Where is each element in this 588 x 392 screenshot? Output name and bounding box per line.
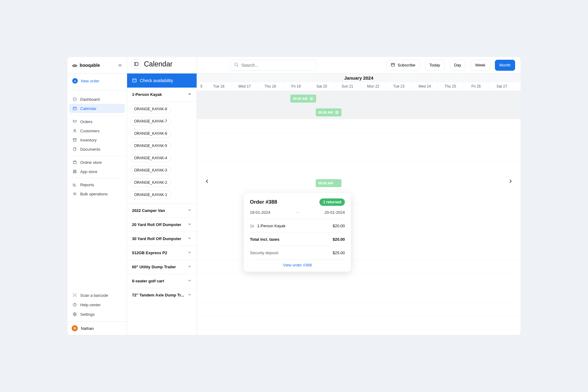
scan-barcode-button[interactable]: Scan a barcode	[69, 290, 125, 300]
resource-chip[interactable]: ORANGE_KAYAK-6	[130, 129, 171, 138]
day-header[interactable]: Thu 25	[438, 82, 463, 91]
category-label: 60" Utility Dump Trailer	[132, 265, 176, 269]
arrow-right-icon: →	[296, 210, 300, 215]
day-header[interactable]: Wed 17	[232, 82, 258, 91]
category-row[interactable]: 30 Yard Roll Off Dumpster	[127, 232, 197, 246]
help-icon	[72, 302, 77, 307]
subscribe-label: Subscribe	[398, 63, 415, 67]
svg-point-18	[74, 314, 75, 315]
search-input[interactable]	[241, 63, 313, 68]
user-icon	[72, 128, 77, 133]
day-header[interactable]: Thu 18	[258, 82, 283, 91]
total-line: Total incl. taxes $20.00	[250, 232, 345, 246]
month-view-button[interactable]: Month	[495, 60, 515, 71]
chevron-down-icon	[187, 250, 192, 255]
collapse-sidebar-icon[interactable]	[118, 63, 123, 68]
group-band	[197, 91, 521, 119]
calendar-event[interactable]: 09:00 AM	[316, 179, 341, 187]
month-label: January 2024	[197, 74, 521, 82]
category-row[interactable]: 72" Tandem Axle Dump Tr...	[127, 288, 197, 302]
gear-icon	[72, 312, 77, 317]
sidebar-item-inventory[interactable]: Inventory	[69, 135, 125, 145]
resource-chip[interactable]: ORANGE_KAYAK-5	[130, 141, 171, 150]
day-header[interactable]: Mon 22	[360, 82, 386, 91]
next-arrow-icon[interactable]	[506, 177, 515, 186]
total-value: $20.00	[333, 237, 345, 242]
file-icon	[72, 147, 77, 152]
day-view-button[interactable]: Day	[450, 60, 466, 71]
sidebar-item-bulk-operations[interactable]: Bulk operations	[69, 189, 125, 198]
help-center-button[interactable]: Help center	[69, 300, 125, 309]
svg-rect-19	[133, 79, 136, 82]
day-header[interactable]: Sat 27	[489, 82, 515, 91]
day-header[interactable]: Tue 23	[386, 82, 412, 91]
sidebar-header: booqable	[67, 57, 127, 74]
today-button[interactable]: Today	[425, 60, 445, 71]
nav-top: + New order	[67, 74, 127, 88]
svg-rect-10	[73, 172, 74, 173]
calendar-event[interactable]: 09:00 AM 1	[316, 108, 341, 116]
day-header[interactable]: Tue 16	[206, 82, 232, 91]
day-header[interactable]: Sun 21	[335, 82, 360, 91]
sidebar-item-reports[interactable]: Reports	[69, 180, 125, 189]
resource-chip[interactable]: ORANGE_KAYAK-7	[130, 117, 171, 126]
sidebar-item-label: Calendar	[80, 106, 96, 111]
sidebar-item-customers[interactable]: Customers	[69, 126, 125, 135]
category-row[interactable]: 512GB Express P2	[127, 246, 197, 260]
day-header[interactable]: Fri 19	[283, 82, 309, 91]
check-availability-button[interactable]: Check availability	[127, 74, 197, 88]
day-header[interactable]: Sat 20	[309, 82, 335, 91]
category-label: 72" Tandem Axle Dump Tr...	[132, 293, 184, 297]
sidebar-item-dashboard[interactable]: Dashboard	[69, 95, 125, 104]
subscribe-button[interactable]: Subscribe	[386, 60, 420, 71]
calendar-event[interactable]: 09:00 AM 1	[290, 95, 316, 103]
category-label: 2022 Camper Van	[132, 208, 165, 213]
brand-name: booqable	[80, 62, 100, 68]
calendar-icon	[72, 106, 77, 111]
resource-chip[interactable]: ORANGE_KAYAK-8	[130, 105, 171, 113]
search-field[interactable]	[230, 60, 317, 71]
view-order-link[interactable]: View order #388	[250, 259, 345, 268]
day-header[interactable]: Su	[515, 82, 521, 91]
sidebar-item-app-store[interactable]: App store	[69, 167, 125, 176]
line-qty: 1x	[250, 224, 254, 228]
resource-group-label: 1-Person Kayak	[132, 92, 162, 97]
resource-chip[interactable]: ORANGE_KAYAK-1	[130, 190, 171, 199]
resource-chip[interactable]: ORANGE_KAYAK-3	[130, 166, 171, 175]
sidebar-footer: Scan a barcode Help center Settings	[67, 288, 127, 321]
order-title: Order #388	[250, 199, 277, 205]
brand-logo-icon	[72, 62, 78, 68]
nav-separator	[69, 115, 125, 115]
day-header[interactable]: Wed 24	[412, 82, 438, 91]
status-badge: 1 returned	[319, 198, 345, 206]
panel-toggle-icon[interactable]	[132, 59, 141, 69]
user-menu[interactable]: N Nathan	[67, 321, 127, 335]
event-count: 1	[335, 111, 339, 114]
resource-item-list: ORANGE_KAYAK-8 ORANGE_KAYAK-7 ORANGE_KAY…	[127, 102, 197, 203]
deposit-line: Security deposit $25.00	[250, 246, 345, 259]
date-range: 19-01-2024 → 20-01-2024	[250, 210, 345, 215]
app-window: Calendar booqable + New order D	[67, 57, 521, 335]
day-header[interactable]: Fri 26	[463, 82, 489, 91]
svg-rect-6	[73, 138, 77, 139]
resource-group-header[interactable]: 1-Person Kayak	[127, 88, 197, 102]
settings-button[interactable]: Settings	[69, 309, 125, 319]
sidebar-item-label: Inventory	[80, 138, 96, 142]
category-row[interactable]: 20 Yard Roll Off Dumpster	[127, 217, 197, 232]
week-view-button[interactable]: Week	[471, 60, 490, 71]
new-order-button[interactable]: + New order	[69, 76, 125, 86]
resource-chip[interactable]: ORANGE_KAYAK-4	[130, 154, 171, 162]
chart-icon	[72, 182, 77, 187]
day-header[interactable]: 5	[197, 82, 206, 91]
category-label: 20 Yard Roll Off Dumpster	[132, 222, 181, 227]
apps-icon	[72, 169, 77, 174]
sidebar-item-calendar[interactable]: Calendar	[69, 104, 125, 113]
sidebar-item-documents[interactable]: Documents	[69, 145, 125, 154]
category-row[interactable]: 2022 Camper Van	[127, 203, 197, 217]
category-row[interactable]: 60" Utility Dump Trailer	[127, 260, 197, 274]
prev-arrow-icon[interactable]	[202, 177, 212, 186]
sidebar-item-online-store[interactable]: Online store	[69, 158, 125, 167]
sidebar-item-orders[interactable]: Orders	[69, 117, 125, 126]
category-row[interactable]: 6-seater golf cart	[127, 274, 197, 288]
resource-chip[interactable]: ORANGE_KAYAK-2	[130, 178, 171, 187]
